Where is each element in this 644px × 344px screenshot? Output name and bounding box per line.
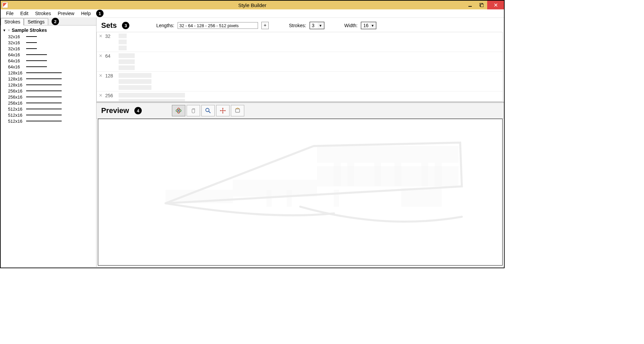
expand-icon[interactable]: ▼ xyxy=(3,28,6,32)
stroke-preview-icon xyxy=(26,54,47,55)
stroke-slot[interactable] xyxy=(119,34,127,38)
chevron-down-icon: ▼ xyxy=(370,22,376,28)
stroke-preview-icon xyxy=(26,91,62,91)
orbit-button[interactable] xyxy=(172,105,185,116)
tab-settings[interactable]: Settings xyxy=(24,18,48,25)
menu-preview[interactable]: Preview xyxy=(54,10,78,17)
stroke-item[interactable]: 64x16 xyxy=(1,58,95,64)
zoom-extents-icon xyxy=(219,107,226,114)
stroke-preview-icon xyxy=(26,115,62,115)
preview-title: Preview xyxy=(101,106,129,115)
svg-marker-12 xyxy=(220,110,221,111)
remove-set-icon[interactable]: ✕ xyxy=(99,53,103,58)
stroke-item[interactable]: 128x16 xyxy=(1,70,95,76)
stroke-item[interactable]: 128x16 xyxy=(1,82,95,88)
set-row[interactable]: ✕256 xyxy=(97,92,502,102)
menu-help[interactable]: Help xyxy=(78,10,94,17)
sets-title: Sets xyxy=(101,21,117,30)
stroke-item[interactable]: 256x16 xyxy=(1,88,95,94)
svg-rect-20 xyxy=(347,163,354,186)
set-row[interactable]: ✕128 xyxy=(97,72,502,92)
titlebar: Style Builder ✕ xyxy=(1,1,504,9)
svg-marker-13 xyxy=(225,110,226,111)
set-row[interactable]: ✕32 xyxy=(97,32,502,52)
remove-set-icon[interactable]: ✕ xyxy=(99,73,103,78)
close-button[interactable]: ✕ xyxy=(487,1,504,9)
stroke-item-label: 128x16 xyxy=(8,70,25,75)
svg-marker-11 xyxy=(222,113,223,114)
menu-file[interactable]: File xyxy=(3,10,17,17)
stroke-preview-icon xyxy=(26,97,62,97)
sets-list[interactable]: ✕32✕64✕128✕256 xyxy=(96,32,503,102)
svg-rect-2 xyxy=(480,4,484,7)
stroke-slot[interactable] xyxy=(119,79,151,84)
stroke-item[interactable]: 32x16 xyxy=(1,46,95,52)
stroke-preview-icon xyxy=(26,36,37,37)
stroke-slot[interactable] xyxy=(119,99,185,102)
stroke-preview-icon xyxy=(26,84,62,85)
menu-edit[interactable]: Edit xyxy=(17,10,32,17)
stroke-item[interactable]: 64x16 xyxy=(1,64,95,70)
stroke-slots xyxy=(119,73,151,90)
stroke-item-label: 64x16 xyxy=(8,64,25,69)
pan-button[interactable] xyxy=(187,105,200,116)
set-length-label: 128 xyxy=(105,73,116,78)
stroke-item[interactable]: 128x16 xyxy=(1,76,95,82)
stroke-item[interactable]: 32x16 xyxy=(1,40,95,46)
stroke-slot[interactable] xyxy=(119,40,127,44)
stroke-slot[interactable] xyxy=(119,93,185,98)
set-length-label: 64 xyxy=(105,53,116,59)
sidebar: Strokes Settings 2 ▼ ✕ Sample Strokes 32… xyxy=(1,18,96,267)
stroke-preview-icon xyxy=(26,48,37,49)
refresh-button[interactable] xyxy=(231,105,244,116)
stroke-item-label: 512x16 xyxy=(8,119,25,124)
stroke-item[interactable]: 256x16 xyxy=(1,94,95,100)
stroke-item[interactable]: 32x16 xyxy=(1,34,95,40)
set-length-label: 32 xyxy=(105,34,116,39)
stroke-slot[interactable] xyxy=(119,59,135,64)
stroke-preview-icon xyxy=(26,72,62,73)
lengths-label: Lengths: xyxy=(156,23,174,28)
stroke-item-label: 256x16 xyxy=(8,95,25,100)
zoom-extents-button[interactable] xyxy=(216,105,230,116)
maximize-button[interactable] xyxy=(476,1,487,9)
stroke-slot[interactable] xyxy=(119,73,151,78)
lengths-input[interactable] xyxy=(178,22,258,29)
svg-rect-24 xyxy=(435,163,442,186)
svg-rect-26 xyxy=(287,190,292,207)
sidebar-tabs: Strokes Settings 2 xyxy=(1,18,96,25)
stroke-slot[interactable] xyxy=(119,53,135,58)
stroke-item[interactable]: 64x16 xyxy=(1,52,95,58)
close-icon[interactable]: ✕ xyxy=(7,28,10,33)
stroke-item-label: 128x16 xyxy=(8,82,25,88)
minimize-button[interactable] xyxy=(464,1,476,9)
stroke-slot[interactable] xyxy=(119,46,127,50)
svg-rect-27 xyxy=(334,190,339,207)
stroke-slot[interactable] xyxy=(119,65,135,70)
zoom-button[interactable] xyxy=(201,105,215,116)
stroke-item-label: 256x16 xyxy=(8,101,25,106)
svg-point-5 xyxy=(178,110,179,111)
callout-1: 1 xyxy=(96,10,104,17)
set-row[interactable]: ✕64 xyxy=(97,52,502,72)
svg-rect-21 xyxy=(374,163,381,186)
stroke-item[interactable]: 512x16 xyxy=(1,112,95,118)
stroke-slot[interactable] xyxy=(119,85,151,90)
stroke-item[interactable]: 512x16 xyxy=(1,118,95,124)
preview-canvas[interactable] xyxy=(98,119,503,266)
stroke-item[interactable]: 512x16 xyxy=(1,106,95,112)
remove-set-icon[interactable]: ✕ xyxy=(99,93,103,98)
menu-strokes[interactable]: Strokes xyxy=(32,10,54,17)
remove-set-icon[interactable]: ✕ xyxy=(99,34,103,39)
sets-bar: Sets 3 Lengths: + Strokes: 3 ▼ Width: 16… xyxy=(96,18,504,32)
svg-line-7 xyxy=(209,111,210,113)
add-length-button[interactable]: + xyxy=(261,22,269,29)
callout-2: 2 xyxy=(52,18,59,25)
tree-header[interactable]: ▼ ✕ Sample Strokes xyxy=(1,27,95,34)
stroke-item-label: 32x16 xyxy=(8,34,25,39)
width-label: Width: xyxy=(344,23,358,28)
stroke-item[interactable]: 256x16 xyxy=(1,100,95,106)
tab-strokes[interactable]: Strokes xyxy=(1,18,24,25)
strokes-select[interactable]: 3 ▼ xyxy=(310,22,324,29)
width-select[interactable]: 16 ▼ xyxy=(361,22,376,29)
